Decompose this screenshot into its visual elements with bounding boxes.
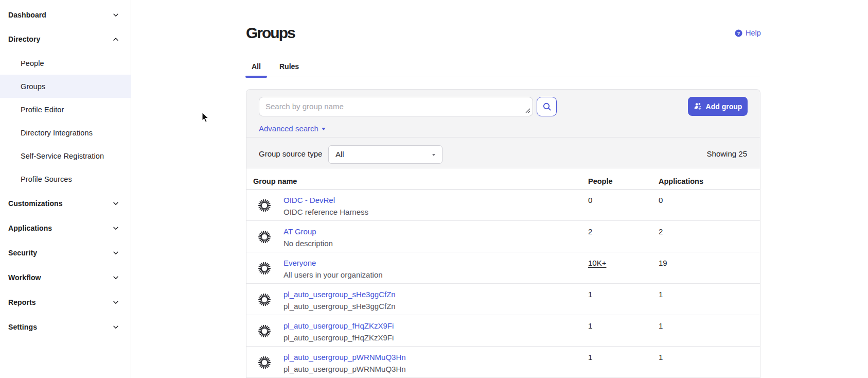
svg-text:?: ? <box>737 30 740 36</box>
